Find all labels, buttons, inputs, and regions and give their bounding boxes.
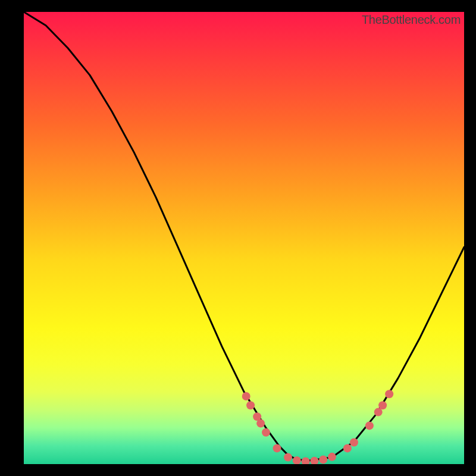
svg-point-13 [350, 439, 358, 447]
svg-point-11 [328, 453, 336, 461]
svg-point-17 [385, 390, 393, 398]
chart-plot-area: TheBottleneck.com [24, 12, 464, 464]
svg-point-12 [343, 444, 352, 452]
svg-point-8 [302, 457, 310, 464]
svg-point-14 [365, 421, 374, 430]
svg-point-10 [319, 455, 327, 464]
svg-point-4 [262, 428, 270, 437]
svg-point-9 [310, 457, 318, 464]
chart-svg [24, 12, 464, 464]
svg-point-1 [246, 401, 255, 409]
svg-point-6 [284, 453, 292, 462]
watermark-text: TheBottleneck.com [362, 13, 461, 27]
svg-point-0 [242, 392, 250, 400]
svg-point-3 [256, 419, 265, 428]
svg-point-5 [273, 444, 281, 452]
svg-point-16 [378, 401, 387, 409]
